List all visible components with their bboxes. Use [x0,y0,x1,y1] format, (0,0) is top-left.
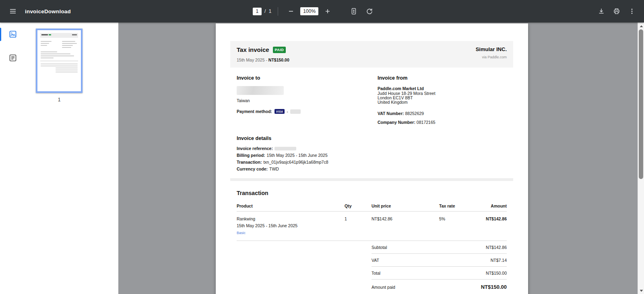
vat-row: VAT NT$7.14 [372,254,507,267]
hamburger-icon [9,8,17,15]
col-unit-price: Unit price [372,204,439,208]
company-number-value: 08172165 [417,120,436,125]
rotate-icon [366,8,373,15]
page-thumbnail[interactable] [36,29,83,93]
plus-icon [325,8,330,14]
toolbar-center: / 1 100% [253,0,376,23]
page-total-count: 1 [268,8,271,14]
thumbnail-list: 1 [0,29,118,103]
zoom-in-button[interactable] [321,5,334,18]
redacted-invoice-reference [275,147,296,150]
row-unit-price: NT$142.86 [372,216,439,235]
col-tax-rate: Tax rate [439,204,483,208]
scroll-up-icon [640,25,643,27]
product-name: Rankwing [237,216,345,221]
document-viewport[interactable]: Tax invoice PAID 15th May 2025 - NT$150.… [118,23,638,294]
document-title: invoiceDownload [25,8,71,14]
invoice-reference-label: Invoice reference: [237,146,273,151]
subtotal-label: Subtotal [372,245,387,250]
subtotal-row: Subtotal NT$142.86 [372,241,507,254]
page-separator: / [264,8,266,14]
col-product: Product [237,204,345,208]
fit-page-button[interactable] [347,5,360,18]
thumbnail-page-number: 1 [58,97,61,103]
toolbar-divider [278,7,278,16]
card-separator: - [287,109,288,114]
row-amount: NT$142.86 [483,216,507,235]
product-period: 15th May 2025 - 15th June 2025 [237,223,345,228]
customer-country: Taiwan [237,98,378,103]
address-line: United Kingdom [378,100,507,105]
transaction-id-label: Transaction: [237,160,262,164]
transaction-heading: Transaction [237,190,507,196]
col-qty: Qty [345,204,372,208]
seller-address: Judd House 18-29 Mora Street London EC1V… [378,91,507,105]
zoom-out-button[interactable] [285,5,297,18]
invoice-to-heading: Invoice to [237,75,378,81]
toolbar-right [595,5,644,18]
redacted-card-number [290,109,301,114]
totals-summary: Subtotal NT$142.86 VAT NT$7.14 Total NT$… [372,241,507,294]
invoice-title: Tax invoice [237,46,269,53]
paid-status-badge: PAID [273,47,286,53]
total-value: NT$150.00 [486,271,507,275]
vat-number-label: VAT Number: [378,111,404,116]
transaction-section: Transaction Product Qty Unit price Tax r… [230,190,513,294]
print-icon [613,8,620,15]
invoice-details-section: Invoice details Invoice reference: Billi… [230,136,513,171]
print-button[interactable] [610,5,623,18]
amount-paid-value: NT$150.00 [481,284,507,290]
invoice-details-heading: Invoice details [237,136,507,141]
scroll-down-button[interactable] [638,287,644,294]
scroll-down-icon [640,290,643,292]
download-button[interactable] [595,5,608,18]
billing-period-label: Billing period: [237,153,265,158]
plan-link[interactable]: Basic [237,231,345,235]
visa-card-icon: VISA [275,109,285,114]
invoice-header: Tax invoice PAID 15th May 2025 - NT$150.… [230,41,513,68]
invoice-date: 15th May 2025 - [237,58,268,62]
currency-code-label: Currency code: [237,167,268,171]
billing-period-value: 15th May 2025 - 15th June 2025 [267,153,328,158]
more-options-button[interactable] [625,5,638,18]
vat-number-value: 88252629 [405,111,424,116]
page-number-input[interactable] [253,8,262,15]
currency-code-value: TWD [269,167,279,171]
invoice-total-inline: NT$150.00 [268,58,289,62]
scrollbar-thumb[interactable] [639,29,643,179]
invoice-to-section: Invoice to Taiwan Payment method: VISA - [237,75,378,125]
vat-value: NT$7.14 [491,258,507,263]
invoice-page: Tax invoice PAID 15th May 2025 - NT$150.… [216,23,528,294]
row-tax-rate: 5% [439,216,483,235]
section-divider [230,178,513,181]
sidebar-panel: 1 [0,23,118,294]
seller-name: Simular INC. [476,46,507,52]
transaction-table-header: Product Qty Unit price Tax rate Amount [237,196,507,212]
amount-paid-row: Amount paid NT$150.00 [372,280,507,294]
menu-button[interactable] [6,5,19,18]
pdf-toolbar: invoiceDownload / 1 100% [0,0,644,23]
download-icon [598,8,605,15]
vat-label: VAT [372,258,379,263]
transaction-id-value: txn_01jv9asjc641p96jk1a68mp7c8 [263,160,328,164]
company-number-label: Company Number: [378,120,415,125]
col-amount: Amount [483,204,507,208]
minus-icon [288,8,294,14]
transaction-table-row: Rankwing 15th May 2025 - 15th June 2025 … [237,212,507,241]
amount-paid-label: Amount paid [372,285,395,290]
payment-method-label: Payment method: [237,109,272,114]
via-paddle-note: via Paddle.com [476,55,507,59]
fit-page-icon [350,8,357,15]
zoom-level[interactable]: 100% [300,7,318,15]
subtotal-value: NT$142.86 [486,245,507,250]
invoice-from-section: Invoice from Paddle.com Market Ltd Judd … [378,75,507,125]
rotate-button[interactable] [363,5,376,18]
total-label: Total [372,271,380,275]
vertical-scrollbar[interactable] [638,23,644,294]
invoice-from-heading: Invoice from [378,75,507,81]
seller-company-name: Paddle.com Market Ltd [378,86,507,91]
row-qty: 1 [345,216,372,235]
scroll-up-button[interactable] [638,23,644,29]
thumbnail-preview [40,33,78,72]
total-row: Total NT$150.00 [372,267,507,280]
